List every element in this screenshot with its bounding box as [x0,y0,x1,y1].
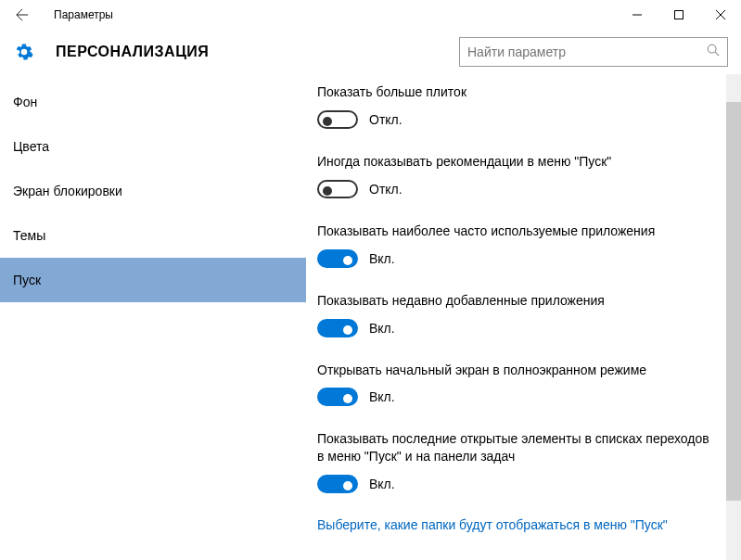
setting-label: Иногда показывать рекомендации в меню "П… [317,153,713,171]
sidebar-item-label: Темы [13,228,45,243]
search-icon [707,44,720,60]
toggle-state: Откл. [369,112,402,127]
toggle-state: Вкл. [369,389,395,404]
sidebar: Фон Цвета Экран блокировки Темы Пуск [0,74,306,560]
toggle-switch[interactable] [317,388,358,406]
sidebar-item-background[interactable]: Фон [0,80,306,124]
back-button[interactable] [7,0,37,30]
header: ПЕРСОНАЛИЗАЦИЯ [0,30,741,74]
page-title: ПЕРСОНАЛИЗАЦИЯ [56,44,209,60]
toggle-switch[interactable] [317,475,358,493]
setting-recommendations: Иногда показывать рекомендации в меню "П… [317,153,713,198]
titlebar: Параметры [0,0,741,30]
toggle-switch[interactable] [317,319,358,337]
close-icon [716,10,725,19]
setting-label: Показывать последние открытые элементы в… [317,430,713,465]
minimize-button[interactable] [616,0,658,30]
svg-point-1 [708,45,716,53]
gear-icon [13,41,35,63]
search-input[interactable] [467,45,707,59]
maximize-icon [674,10,684,19]
sidebar-item-themes[interactable]: Темы [0,213,306,258]
sidebar-item-label: Пуск [13,273,41,287]
setting-jumplist-recent: Показывать последние открытые элементы в… [317,430,713,493]
scrollbar[interactable] [726,74,741,560]
svg-rect-0 [674,11,683,19]
setting-most-used: Показывать наиболее часто используемые п… [317,223,713,268]
toggle-state: Вкл. [369,321,395,336]
window-controls [616,0,741,30]
toggle-state: Откл. [369,182,402,197]
setting-label: Показывать наиболее часто используемые п… [317,223,713,240]
toggle-state: Вкл. [369,477,395,491]
setting-recently-added: Показывать недавно добавленные приложени… [317,292,713,337]
sidebar-item-label: Фон [13,95,37,109]
toggle-switch[interactable] [317,249,358,268]
sidebar-item-label: Цвета [13,139,49,154]
window-title: Параметры [54,8,113,21]
setting-label: Показать больше плиток [317,83,713,101]
close-button[interactable] [699,0,741,30]
setting-label: Открывать начальный экран в полноэкранно… [317,362,713,379]
maximize-button[interactable] [658,0,699,30]
toggle-state: Вкл. [369,251,395,266]
sidebar-item-start[interactable]: Пуск [0,258,306,302]
sidebar-item-colors[interactable]: Цвета [0,124,306,169]
search-box[interactable] [459,37,728,67]
setting-fullscreen-start: Открывать начальный экран в полноэкранно… [317,362,713,407]
toggle-switch[interactable] [317,180,358,198]
content-area: Показать больше плиток Откл. Иногда пока… [306,74,741,560]
sidebar-item-lockscreen[interactable]: Экран блокировки [0,169,306,213]
minimize-icon [632,10,642,19]
back-arrow-icon [16,8,29,21]
choose-folders-link[interactable]: Выберите, какие папки будут отображаться… [317,517,713,532]
toggle-switch[interactable] [317,110,358,129]
setting-more-tiles: Показать больше плиток Откл. [317,83,713,129]
scrollbar-thumb[interactable] [726,102,741,501]
setting-label: Показывать недавно добавленные приложени… [317,292,713,310]
sidebar-item-label: Экран блокировки [13,184,122,198]
